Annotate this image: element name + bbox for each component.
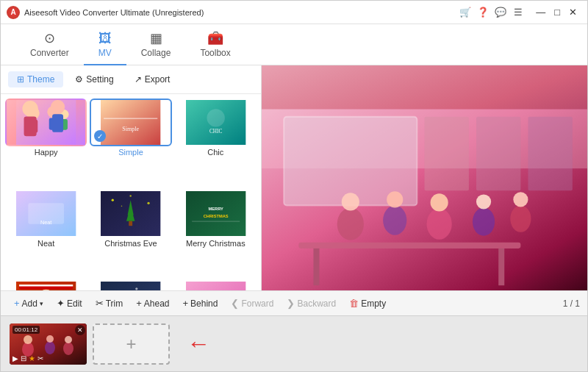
- theme-chic[interactable]: CHIC Chic: [175, 99, 257, 187]
- behind-button[interactable]: + Behind: [176, 295, 223, 312]
- empty-label: Empty: [361, 298, 386, 309]
- chat-icon[interactable]: 💬: [495, 7, 506, 18]
- setting-tab-icon: ⚙: [75, 74, 83, 85]
- theme-merry-christmas[interactable]: MERRY CHRISTMAS Merry Christmas: [175, 190, 257, 278]
- theme-neat[interactable]: Neat Neat: [5, 190, 87, 278]
- close-button[interactable]: ✕: [564, 1, 581, 24]
- tab-converter[interactable]: ⊙ Converter: [15, 26, 84, 65]
- edit-icon: ✦: [57, 298, 65, 309]
- svg-point-59: [431, 193, 448, 211]
- timeline-clip[interactable]: 00:01:12 ✕ ▶ ⊟ ★ ✂: [10, 323, 87, 365]
- tab-toolbox[interactable]: 🧰 Toolbox: [185, 26, 245, 65]
- clip-icon3: ★: [29, 354, 35, 362]
- theme-happy[interactable]: Happy: [5, 99, 87, 187]
- trim-button[interactable]: ✂ Trim: [90, 295, 129, 312]
- subtab-setting-label: Setting: [86, 74, 113, 85]
- backward-label: Backward: [297, 298, 336, 309]
- maximize-button[interactable]: □: [550, 1, 564, 24]
- tab-toolbox-label: Toolbox: [200, 48, 230, 58]
- svg-point-61: [476, 194, 491, 209]
- svg-rect-50: [528, 117, 572, 191]
- svg-rect-49: [476, 117, 520, 191]
- cart-icon[interactable]: 🛒: [459, 7, 471, 18]
- titlebar-icons: 🛒 ❓ 💬 ☰: [459, 7, 524, 18]
- svg-text:MERRY: MERRY: [208, 207, 223, 211]
- svg-point-20: [121, 205, 123, 207]
- app-title: Aiseesoft Video Converter Ultimate (Unre…: [24, 8, 459, 17]
- tab-collage[interactable]: ▦ Collage: [126, 26, 186, 65]
- svg-rect-4: [49, 118, 57, 129]
- subtab-export[interactable]: ↗ Export: [126, 71, 179, 87]
- trim-icon: ✂: [96, 298, 104, 309]
- trim-label: Trim: [106, 298, 123, 309]
- svg-rect-33: [19, 285, 73, 286]
- minimize-button[interactable]: —: [531, 1, 550, 24]
- menu-icon[interactable]: ☰: [512, 7, 524, 18]
- tab-mv[interactable]: 🖼 MV: [84, 26, 126, 65]
- theme-happy-label: Happy: [35, 148, 58, 157]
- play-small-icon: ▶: [12, 354, 18, 362]
- subtab-setting[interactable]: ⚙ Setting: [66, 71, 122, 87]
- theme-simple-label: Simple: [118, 148, 143, 157]
- svg-point-55: [342, 193, 359, 210]
- app-logo: A: [7, 6, 20, 19]
- svg-point-17: [112, 198, 114, 201]
- collage-icon: ▦: [150, 30, 162, 46]
- timeline: 00:01:12 ✕ ▶ ⊟ ★ ✂ + ←: [1, 315, 587, 371]
- svg-point-5: [60, 110, 69, 119]
- bottom-toolbar: + Add ✦ Edit ✂ Trim + Ahead + Behind ❮ F…: [1, 290, 587, 315]
- svg-text:CHRISTMAS: CHRISTMAS: [203, 213, 228, 218]
- mv-icon: 🖼: [98, 31, 112, 46]
- subtab-theme-label: Theme: [27, 74, 54, 85]
- svg-rect-23: [129, 221, 133, 226]
- svg-rect-6: [60, 119, 68, 130]
- svg-rect-2: [28, 120, 37, 133]
- page-indicator: 1 / 1: [563, 298, 580, 309]
- ahead-icon: +: [136, 298, 142, 309]
- theme-christmas-eve-label: Christmas Eve: [104, 239, 157, 248]
- svg-point-57: [387, 191, 403, 207]
- ahead-label: Ahead: [144, 298, 170, 309]
- svg-point-62: [510, 205, 531, 232]
- subtab-theme[interactable]: ⊞ Theme: [8, 71, 63, 87]
- theme-tab-icon: ⊞: [17, 74, 24, 85]
- empty-icon: 🗑: [349, 298, 359, 309]
- svg-rect-51: [298, 243, 520, 248]
- subtab-export-label: Export: [145, 74, 171, 85]
- app-window: A Aiseesoft Video Converter Ultimate (Un…: [0, 0, 588, 372]
- svg-rect-8: [104, 118, 157, 119]
- svg-point-11: [207, 109, 224, 126]
- empty-button[interactable]: 🗑 Empty: [343, 295, 392, 312]
- question-icon[interactable]: ❓: [477, 7, 489, 18]
- clip-icons: ▶ ⊟ ★ ✂: [12, 354, 43, 362]
- clip-close-button[interactable]: ✕: [75, 325, 85, 335]
- svg-point-3: [47, 106, 59, 118]
- backward-icon: ❯: [287, 298, 295, 309]
- theme-merry-christmas-label: Merry Christmas: [186, 239, 245, 248]
- svg-point-54: [337, 208, 364, 240]
- svg-point-70: [65, 336, 72, 343]
- svg-point-19: [148, 201, 150, 204]
- titlebar: A Aiseesoft Video Converter Ultimate (Un…: [1, 1, 587, 24]
- ahead-button[interactable]: + Ahead: [130, 295, 175, 312]
- theme-neat-label: Neat: [37, 239, 54, 248]
- theme-chic-label: Chic: [207, 148, 223, 157]
- add-icon: +: [14, 298, 20, 309]
- add-clip-button[interactable]: +: [93, 323, 170, 365]
- theme-christmas-eve[interactable]: Christmas Eve: [90, 190, 171, 278]
- forward-button[interactable]: ❮ Forward: [225, 295, 279, 312]
- svg-point-63: [513, 192, 528, 207]
- add-button[interactable]: + Add: [8, 295, 49, 312]
- sub-tabs: ⊞ Theme ⚙ Setting ↗ Export: [1, 65, 261, 94]
- tab-mv-label: MV: [98, 48, 112, 58]
- svg-rect-52: [313, 248, 319, 285]
- svg-point-69: [63, 342, 74, 355]
- forward-icon: ❮: [231, 298, 239, 309]
- backward-button[interactable]: ❯ Backward: [281, 295, 342, 312]
- edit-button[interactable]: ✦ Edit: [51, 295, 88, 312]
- svg-rect-48: [425, 117, 469, 191]
- svg-rect-53: [498, 248, 504, 285]
- forward-label: Forward: [241, 298, 273, 309]
- svg-point-1: [26, 107, 40, 120]
- theme-simple[interactable]: Simple ✓ Simple: [90, 99, 171, 187]
